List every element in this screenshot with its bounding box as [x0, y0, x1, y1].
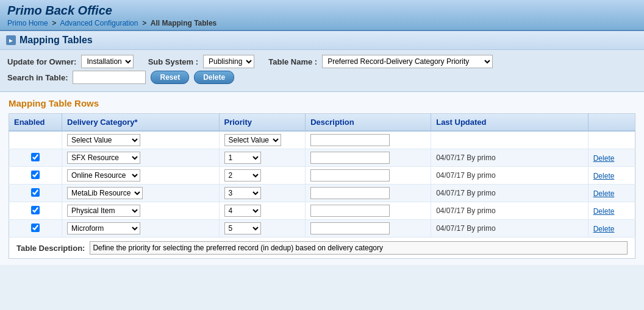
row-delete-cell: Delete [588, 149, 635, 167]
filter-enabled-cell [9, 131, 62, 149]
control-bar: Update for Owner: Installation Sub Syste… [0, 50, 644, 92]
col-header-priority: Priority [219, 114, 306, 132]
row-priority-select[interactable]: 1 [224, 152, 261, 164]
row-enabled-cell [9, 185, 62, 202]
row-enabled-cell [9, 220, 62, 238]
row-enabled-checkbox[interactable] [31, 188, 40, 197]
row-delete-link[interactable]: Delete [593, 189, 615, 198]
update-for-owner-label: Update for Owner: [7, 57, 76, 66]
section-title: Mapping Tables [20, 35, 93, 46]
section-title-bar: ► Mapping Tables [0, 31, 644, 50]
row-lastupdated-cell: 04/07/17 By primo [431, 185, 589, 202]
row-enabled-checkbox[interactable] [31, 206, 40, 214]
filter-row: Select Value Select Value [9, 131, 635, 149]
row-delete-cell: Delete [588, 220, 635, 238]
row-priority-select[interactable]: 3 [224, 187, 261, 199]
row-delete-link[interactable]: Delete [593, 172, 615, 180]
filter-lastupdated-cell [431, 131, 589, 149]
breadcrumb-current: All Mapping Tables [151, 19, 216, 27]
app-title: Primo Back Office [7, 4, 637, 18]
search-in-table-label: Search in Table: [7, 73, 68, 82]
row-enabled-checkbox[interactable] [31, 153, 40, 161]
row-delivery-select[interactable]: SFX Resource [67, 152, 140, 164]
row-delete-cell: Delete [588, 167, 635, 185]
mapping-table: Enabled Delivery Category* Priority Desc… [9, 113, 635, 238]
row-description-input[interactable] [310, 187, 390, 199]
filter-delivery-select[interactable]: Select Value [67, 134, 140, 146]
table-name-label: Table Name : [268, 57, 317, 66]
filter-priority-select[interactable]: Select Value [224, 134, 281, 146]
table-row: MetaLib Resource304/07/17 By primoDelete [9, 185, 635, 202]
row-priority-cell: 5 [219, 220, 306, 238]
control-row-2: Search in Table: Reset Delete [7, 71, 637, 84]
row-priority-cell: 4 [219, 202, 306, 220]
row-description-input[interactable] [310, 222, 390, 234]
row-delete-cell: Delete [588, 202, 635, 220]
row-description-cell [306, 185, 431, 202]
mapping-rows-title: Mapping Table Rows [9, 98, 635, 108]
row-delivery-select[interactable]: Online Resource [67, 169, 140, 181]
row-enabled-checkbox[interactable] [31, 171, 40, 179]
row-enabled-checkbox[interactable] [31, 224, 40, 232]
main-content: Mapping Table Rows Enabled Delivery Cate… [0, 92, 644, 265]
row-priority-select[interactable]: 5 [224, 222, 261, 234]
control-row-1: Update for Owner: Installation Sub Syste… [7, 55, 637, 68]
row-delete-cell: Delete [588, 185, 635, 202]
row-lastupdated-cell: 04/07/17 By primo [431, 149, 589, 167]
row-enabled-cell [9, 167, 62, 185]
section-collapse-icon[interactable]: ► [6, 35, 16, 45]
filter-description-input[interactable] [310, 134, 390, 146]
row-lastupdated-cell: 04/07/17 By primo [431, 167, 589, 185]
row-delete-link[interactable]: Delete [593, 154, 615, 163]
update-for-owner-select[interactable]: Installation [81, 55, 134, 68]
table-description-input[interactable] [90, 241, 628, 255]
table-name-select[interactable]: Preferred Record-Delivery Category Prior… [322, 55, 493, 68]
col-header-delivery: Delivery Category* [62, 114, 220, 132]
breadcrumb-home[interactable]: Primo Home [7, 19, 48, 27]
col-header-description: Description [306, 114, 431, 132]
row-description-cell [306, 149, 431, 167]
delete-button-top[interactable]: Delete [194, 71, 234, 84]
row-lastupdated-cell: 04/07/17 By primo [431, 220, 589, 238]
row-lastupdated-cell: 04/07/17 By primo [431, 202, 589, 220]
reset-button[interactable]: Reset [151, 71, 189, 84]
row-priority-select[interactable]: 4 [224, 205, 261, 217]
row-enabled-cell [9, 149, 62, 167]
row-description-input[interactable] [310, 205, 390, 217]
breadcrumb-advanced[interactable]: Advanced Configuration [60, 19, 138, 27]
row-delivery-cell: Physical Item [62, 202, 220, 220]
row-description-input[interactable] [310, 169, 390, 181]
col-header-delete [588, 114, 635, 132]
row-delivery-select[interactable]: Physical Item [67, 205, 140, 217]
table-body: Select Value Select Value SFX Resource10… [9, 131, 635, 238]
filter-delete-cell [588, 131, 635, 149]
header: Primo Back Office Primo Home > Advanced … [0, 0, 644, 31]
row-description-cell [306, 202, 431, 220]
table-row: Physical Item404/07/17 By primoDelete [9, 202, 635, 220]
row-delivery-cell: Online Resource [62, 167, 220, 185]
sub-system-select[interactable]: Publishing [203, 55, 254, 68]
table-row: Online Resource204/07/17 By primoDelete [9, 167, 635, 185]
filter-priority-cell: Select Value [219, 131, 306, 149]
row-delivery-cell: SFX Resource [62, 149, 220, 167]
row-delivery-select[interactable]: Microform [67, 222, 140, 234]
table-row: Microform504/07/17 By primoDelete [9, 220, 635, 238]
filter-description-cell [306, 131, 431, 149]
filter-delivery-cell: Select Value [62, 131, 220, 149]
table-description-label: Table Description: [16, 244, 85, 253]
row-description-cell [306, 167, 431, 185]
row-priority-cell: 1 [219, 149, 306, 167]
table-header-row: Enabled Delivery Category* Priority Desc… [9, 114, 635, 132]
row-delivery-cell: MetaLib Resource [62, 185, 220, 202]
breadcrumb: Primo Home > Advanced Configuration > Al… [7, 19, 637, 27]
table-row: SFX Resource104/07/17 By primoDelete [9, 149, 635, 167]
row-delete-link[interactable]: Delete [593, 225, 615, 233]
row-priority-select[interactable]: 2 [224, 169, 261, 181]
row-delete-link[interactable]: Delete [593, 207, 615, 216]
row-delivery-select[interactable]: MetaLib Resource [67, 187, 143, 199]
search-in-table-input[interactable] [73, 71, 146, 84]
col-header-enabled: Enabled [9, 114, 62, 132]
table-description: Table Description: [9, 238, 635, 259]
row-priority-cell: 2 [219, 167, 306, 185]
row-description-input[interactable] [310, 152, 390, 164]
